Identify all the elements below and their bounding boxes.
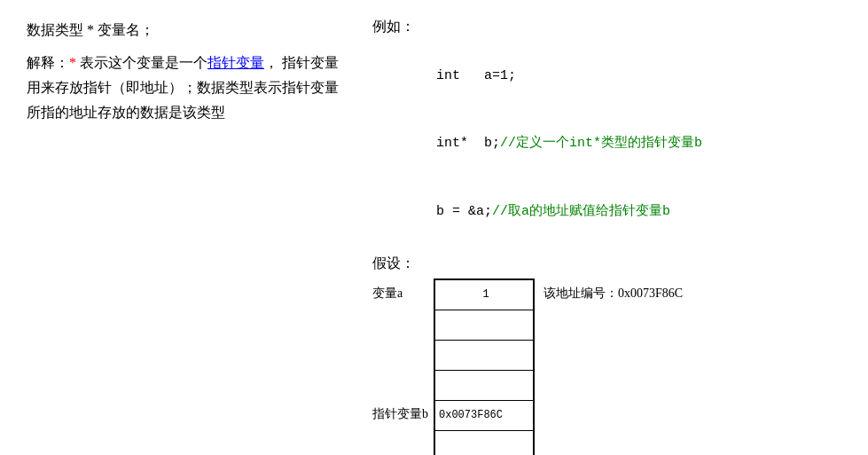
empty-label-2 [372,339,434,369]
assume-label: 假设： [372,255,841,273]
cell-4-value: 0x0073F86C [439,409,503,421]
cell-4: 0x0073F86C [435,401,533,431]
explanation-block: 解释：* 表示这个变量是一个指针变量， 指针变量用来存放指针（即地址）；数据类型… [27,51,346,125]
var-b-label: 指针变量b [372,399,434,429]
cell-0: 1 [435,280,533,310]
memory-visualization: 变量a 指针变量b 1 0x0073F86C [372,278,841,456]
empty-label-3 [372,369,434,399]
cell-3 [435,371,533,401]
example-label: 例如： [372,18,841,36]
cell-0-value: 1 [439,288,533,301]
address-label: 该地址编号：0x0073F86C [535,278,683,309]
pointer-var-link: 指针变量 [207,55,264,70]
code-line-2: int* b;//定义一个int*类型的指针变量b [372,110,841,178]
right-panel: 例如： int a=1; int* b;//定义一个int*类型的指针变量b b… [364,18,841,455]
main-layout: 数据类型 * 变量名； 解释：* 表示这个变量是一个指针变量， 指针变量用来存放… [27,18,841,455]
code-comment-2: //定义一个int*类型的指针变量b [500,136,702,151]
var-a-label: 变量a [372,278,434,309]
labels-column: 变量a 指针变量b [372,278,434,456]
explanation-part1: 表示这个变量是一个 [76,55,207,70]
code-comment-3: //取a的地址赋值给指针变量b [492,204,670,219]
cell-2 [435,341,533,371]
cell-5 [435,431,533,456]
code-block: int a=1; int* b;//定义一个int*类型的指针变量b b = &… [372,42,841,246]
cell-1 [435,310,533,341]
code-line-3: b = &a;//取a的地址赋值给指针变量b [372,177,841,246]
code-int-keyword: int a=1; [436,68,516,83]
empty-label-4 [372,429,434,456]
left-panel: 数据类型 * 变量名； 解释：* 表示这个变量是一个指针变量， 指针变量用来存放… [27,18,364,455]
empty-label-1 [372,309,434,339]
code-line-1: int a=1; [372,42,841,110]
syntax-line: 数据类型 * 变量名； [27,18,346,42]
code-assign: b = &a; [436,204,492,219]
code-int-ptr: int* b; [436,136,500,151]
right-labels: 该地址编号：0x0073F86C [535,278,683,309]
syntax-text: 数据类型 * 变量名； [27,22,154,37]
comma: ， [264,55,278,70]
star-symbol: * [69,55,76,70]
memory-cells: 1 0x0073F86C [434,278,535,456]
explanation-prefix: 解释： [27,55,69,70]
